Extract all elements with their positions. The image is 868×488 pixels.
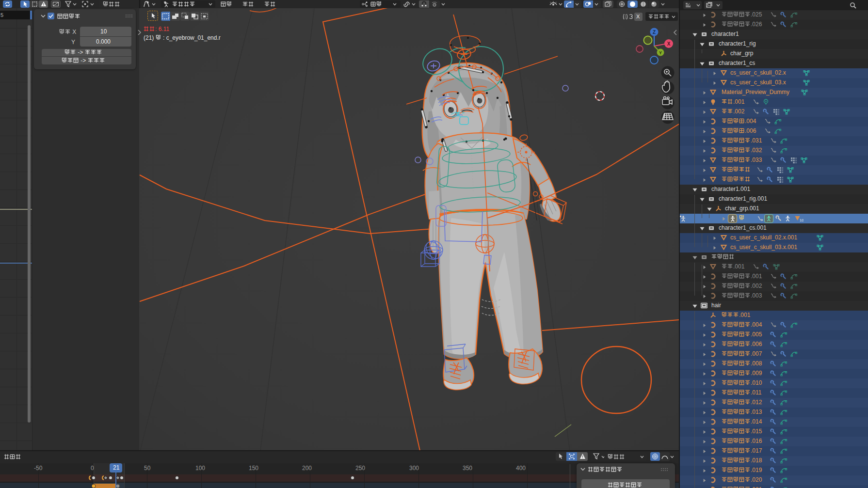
svg-text:Z: Z: [653, 30, 656, 35]
svg-text:Y: Y: [659, 50, 662, 55]
svg-text:X: X: [667, 41, 671, 47]
svg-text:10: 10: [800, 218, 804, 222]
